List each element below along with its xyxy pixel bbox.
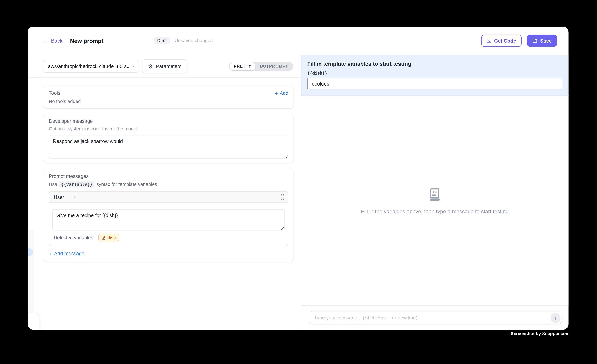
- variable-syntax-chip: {{variable}}: [59, 182, 94, 188]
- back-label: Back: [51, 38, 63, 44]
- status-badge: Draft: [154, 37, 170, 45]
- back-button[interactable]: ← Back: [43, 38, 63, 44]
- variable-badge-label: dish: [108, 235, 116, 240]
- back-arrow-icon: ←: [43, 38, 49, 44]
- developer-message-section: Developer message Optional system instru…: [43, 114, 294, 163]
- save-label: Save: [540, 38, 552, 44]
- body: aws/anthropic/bedrock-claude-3-5-s... ⚙ …: [28, 55, 568, 330]
- message-role-selector[interactable]: User: [54, 194, 77, 200]
- robot-face-icon: [428, 187, 442, 201]
- tools-empty-text: No tools added: [49, 99, 288, 104]
- prompt-config-scroll: Tools + Add No tools added Developer mes…: [28, 77, 301, 330]
- detected-variables-label: Detected variables:: [54, 235, 94, 240]
- prompt-messages-title: Prompt messages: [49, 174, 288, 179]
- model-selector-value: aws/anthropic/bedrock-claude-3-5-s...: [48, 63, 131, 69]
- message-body: Give me a recipe for {{dish}}: [49, 203, 288, 230]
- hint-suffix: syntax for template variables: [96, 182, 157, 187]
- empty-state-text: Fill in the variables above, then type a…: [361, 208, 509, 214]
- arrow-up-icon: ↑: [554, 315, 557, 321]
- tools-section: Tools + Add No tools added: [43, 85, 294, 109]
- developer-message-input[interactable]: Respond as jack sparrow would: [49, 135, 288, 159]
- tools-title: Tools: [49, 90, 60, 96]
- developer-message-subtitle: Optional system instructions for the mod…: [49, 126, 288, 132]
- screenshot-stage: ← Back New prompt Draft Unsaved changes …: [0, 0, 597, 364]
- get-code-label: Get Code: [494, 38, 516, 44]
- toggle-dotprompt[interactable]: DOTPROMPT: [256, 62, 292, 70]
- view-mode-toggle: PRETTY DOTPROMPT: [229, 61, 293, 71]
- prompt-config-panel: aws/anthropic/bedrock-claude-3-5-s... ⚙ …: [28, 55, 301, 330]
- sidebar-remnant-card: [28, 313, 39, 330]
- chat-input-row: ↑: [301, 305, 568, 330]
- add-tool-button[interactable]: + Add: [275, 90, 288, 96]
- save-icon: [532, 38, 537, 43]
- developer-message-title: Developer message: [49, 118, 288, 124]
- plus-icon: +: [275, 90, 278, 96]
- sidebar-remnant-strip: [28, 230, 34, 313]
- template-variables-bar: Fill in template variables to start test…: [301, 55, 568, 96]
- prompt-messages-section: Prompt messages Use {{variable}} syntax …: [43, 169, 294, 262]
- add-message-button[interactable]: + Add message: [49, 250, 288, 256]
- variable-syntax-hint: Use {{variable}} syntax for template var…: [49, 182, 288, 188]
- template-variables-title: Fill in template variables to start test…: [307, 61, 562, 67]
- parameters-button[interactable]: ⚙ Parameters: [142, 59, 187, 73]
- model-toolbar: aws/anthropic/bedrock-claude-3-5-s... ⚙ …: [28, 55, 301, 78]
- hint-prefix: Use: [49, 182, 57, 187]
- add-tool-label: Add: [280, 90, 288, 96]
- model-selector[interactable]: aws/anthropic/bedrock-claude-3-5-s...: [43, 60, 139, 73]
- get-code-button[interactable]: Get Code: [481, 35, 521, 47]
- save-button[interactable]: Save: [527, 35, 557, 47]
- chevron-down-icon: [131, 64, 135, 68]
- edit-pencil-icon: [102, 235, 106, 240]
- chat-message-input[interactable]: [309, 311, 562, 324]
- test-panel: Fill in template variables to start test…: [301, 55, 568, 330]
- plus-icon: +: [49, 251, 52, 256]
- variable-value-input[interactable]: [307, 78, 562, 89]
- add-message-label: Add message: [54, 250, 84, 256]
- header: ← Back New prompt Draft Unsaved changes …: [28, 27, 568, 55]
- gear-icon: ⚙: [148, 63, 153, 69]
- terminal-icon: [487, 38, 491, 43]
- page-title: New prompt: [70, 38, 103, 44]
- parameters-label: Parameters: [156, 63, 181, 69]
- drag-handle-icon[interactable]: [281, 194, 284, 200]
- message-block: User Give me a recipe for {{dish}} Det: [49, 191, 288, 246]
- sidebar-remnant-active-item: [28, 248, 33, 256]
- message-content-input[interactable]: Give me a recipe for {{dish}}: [52, 209, 285, 230]
- chevron-down-icon: [72, 195, 77, 199]
- variable-badge-dish[interactable]: dish: [98, 234, 119, 242]
- prompt-editor-window: ← Back New prompt Draft Unsaved changes …: [28, 27, 568, 330]
- toggle-pretty[interactable]: PRETTY: [230, 62, 256, 70]
- watermark: Screenshot by Xnapper.com: [511, 331, 570, 336]
- detected-variables-row: Detected variables: dish: [49, 230, 288, 246]
- message-role-value: User: [54, 194, 64, 200]
- variable-key-label: {{dish}}: [307, 71, 562, 76]
- unsaved-changes-note: Unsaved changes: [175, 38, 213, 43]
- message-header: User: [49, 192, 288, 203]
- chat-empty-state: Fill in the variables above, then type a…: [301, 96, 568, 305]
- send-button[interactable]: ↑: [550, 313, 560, 323]
